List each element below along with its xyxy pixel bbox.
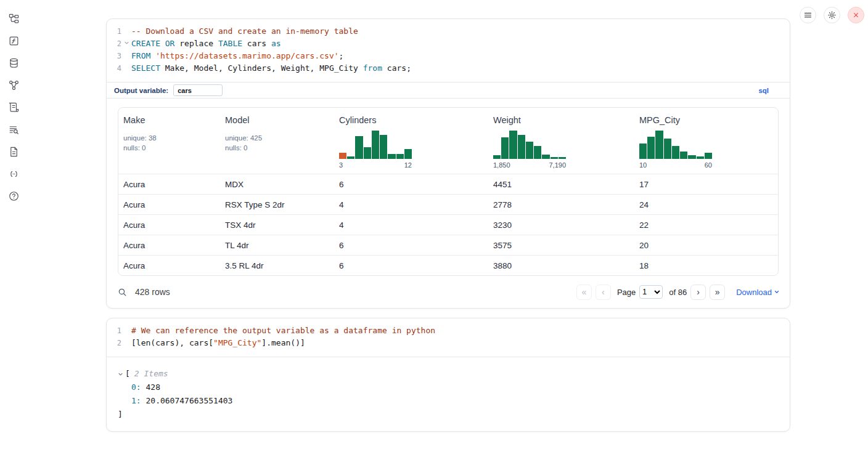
snippets-icon[interactable] xyxy=(7,168,20,180)
histogram-bar[interactable] xyxy=(404,149,412,159)
language-badge[interactable]: sql xyxy=(758,87,769,94)
histogram-bar[interactable] xyxy=(372,131,379,159)
output-variable-input[interactable] xyxy=(173,84,223,96)
table-row[interactable]: AcuraMDX6445117 xyxy=(118,174,778,194)
histogram-bar[interactable] xyxy=(364,147,371,159)
column-header-weight[interactable]: Weight1,8507,190 xyxy=(488,108,634,174)
table-row[interactable]: AcuraRSX Type S 2dr4277824 xyxy=(118,194,778,214)
line-number: 1 xyxy=(107,325,121,337)
output-variable-label: Output variable: xyxy=(114,87,168,94)
column-header-make[interactable]: Makeunique: 38nulls: 0 xyxy=(118,108,220,174)
histogram-bar[interactable] xyxy=(680,152,687,159)
column-name: Weight xyxy=(493,115,629,125)
table-cell: Acura xyxy=(118,200,220,209)
table-cell: 6 xyxy=(334,261,488,270)
close-bracket: ] xyxy=(118,408,779,421)
chevron-down-icon xyxy=(774,289,780,295)
column-name: MPG_City xyxy=(639,115,773,125)
file-tree-icon[interactable] xyxy=(7,12,20,25)
table-row[interactable]: AcuraTSX 4dr4323022 xyxy=(118,214,778,235)
download-button[interactable]: Download xyxy=(736,288,780,297)
histogram-bar[interactable] xyxy=(534,146,541,159)
histogram-bar[interactable] xyxy=(509,131,517,159)
code-line[interactable]: 2[len(cars), cars["MPG_City"].mean()] xyxy=(107,337,790,349)
column-header-cylinders[interactable]: Cylinders312 xyxy=(334,108,488,174)
histogram-bar[interactable] xyxy=(388,154,395,159)
histogram-bar[interactable] xyxy=(380,135,387,159)
histogram-bar[interactable] xyxy=(664,139,671,159)
column-header-model[interactable]: Modelunique: 425nulls: 0 xyxy=(220,108,334,174)
help-icon[interactable] xyxy=(7,190,20,202)
histogram-bar[interactable] xyxy=(655,131,663,159)
code-line[interactable]: 1-- Download a CSV and create an in-memo… xyxy=(107,25,790,38)
menu-button[interactable] xyxy=(800,7,816,23)
collapse-icon[interactable] xyxy=(118,371,125,377)
table-cell: Acura xyxy=(118,180,220,189)
table-footer: 428 rows « ‹ Page 1 of 86 › » Download xyxy=(107,276,790,308)
histogram-bar[interactable] xyxy=(518,135,525,159)
table-cell: 3230 xyxy=(488,220,634,230)
histogram-bar[interactable] xyxy=(559,157,566,159)
total-pages-label: of 86 xyxy=(669,288,687,297)
histogram-bar[interactable] xyxy=(672,146,679,159)
table-row[interactable]: AcuraTL 4dr6357520 xyxy=(118,235,778,255)
output-entry: 1: 20.060747663551403 xyxy=(131,394,779,408)
histogram-bar[interactable] xyxy=(688,155,695,159)
table-cell: Acura xyxy=(118,220,220,230)
database-icon[interactable] xyxy=(7,57,20,69)
histogram-bar[interactable] xyxy=(355,136,362,159)
code-line[interactable]: 3FROM 'https://datasets.marimo.app/cars.… xyxy=(107,50,790,62)
code-line[interactable]: 4SELECT Make, Model, Cylinders, Weight, … xyxy=(107,62,790,75)
histogram-bar[interactable] xyxy=(396,154,404,159)
documentation-icon[interactable] xyxy=(7,145,20,158)
code-line[interactable]: 1# We can reference the output variable … xyxy=(107,325,790,337)
table-cell: TSX 4dr xyxy=(220,220,334,230)
line-number: 1 xyxy=(107,25,121,38)
last-page-button[interactable]: » xyxy=(710,285,725,300)
gear-icon xyxy=(827,10,837,20)
logs-icon[interactable] xyxy=(7,123,20,136)
dependency-graph-icon[interactable] xyxy=(7,79,20,91)
table-cell: MDX xyxy=(220,180,334,189)
sql-code-editor[interactable]: 1-- Download a CSV and create an in-memo… xyxy=(107,19,790,82)
download-label: Download xyxy=(736,288,772,297)
settings-button[interactable] xyxy=(824,7,840,23)
table-cell: 20 xyxy=(634,241,778,250)
code-text: # We can reference the output variable a… xyxy=(131,325,435,337)
table-cell: 4451 xyxy=(488,180,634,189)
histogram-weight[interactable] xyxy=(493,129,566,159)
python-code-editor[interactable]: 1# We can reference the output variable … xyxy=(107,318,790,357)
page-select[interactable]: 1 xyxy=(639,285,663,299)
scratchpad-icon[interactable] xyxy=(7,101,20,113)
histogram-bar[interactable] xyxy=(501,137,509,159)
histogram-bar[interactable] xyxy=(493,155,501,159)
histogram-bar[interactable] xyxy=(339,153,346,159)
prev-page-button[interactable]: ‹ xyxy=(596,285,611,300)
histogram-bar[interactable] xyxy=(551,157,558,159)
column-header-mpg_city[interactable]: MPG_City1060 xyxy=(634,108,778,174)
open-bracket: [ xyxy=(125,367,130,381)
histogram-bar[interactable] xyxy=(647,137,655,159)
histogram-bar[interactable] xyxy=(639,144,647,159)
first-page-button[interactable]: « xyxy=(576,285,592,300)
histogram-bar[interactable] xyxy=(697,156,704,159)
fold-chevron-icon[interactable] xyxy=(121,38,131,50)
histogram-cylinders[interactable] xyxy=(339,129,412,159)
table-cell: 6 xyxy=(334,241,488,250)
code-text: FROM 'https://datasets.marimo.app/cars.c… xyxy=(131,50,343,62)
code-line[interactable]: 2CREATE OR replace TABLE cars as xyxy=(107,38,790,50)
output-tree-root: [ 2 Items xyxy=(118,367,779,381)
histogram-bar[interactable] xyxy=(347,156,354,159)
function-icon[interactable] xyxy=(7,34,20,47)
histogram-bar[interactable] xyxy=(705,153,712,159)
next-page-button[interactable]: › xyxy=(690,285,706,300)
search-icon[interactable] xyxy=(117,286,128,297)
table-row[interactable]: Acura3.5 RL 4dr6388018 xyxy=(118,255,778,275)
table-cell: RSX Type S 2dr xyxy=(220,200,334,209)
histogram-axis: 1060 xyxy=(639,161,712,169)
shutdown-button[interactable] xyxy=(848,7,864,23)
histogram-bar[interactable] xyxy=(542,155,549,159)
code-text: [len(cars), cars["MPG_City"].mean()] xyxy=(131,337,305,349)
histogram-mpg_city[interactable] xyxy=(639,129,712,159)
histogram-bar[interactable] xyxy=(526,142,533,159)
